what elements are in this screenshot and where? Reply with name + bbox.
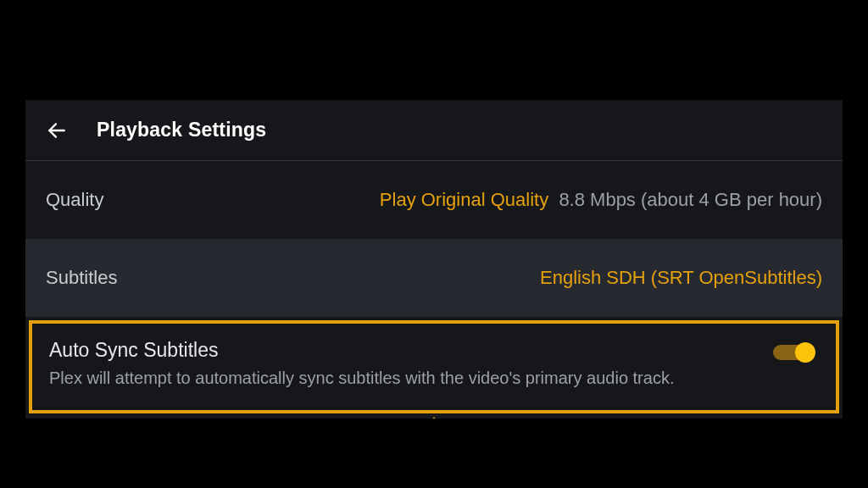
- panel-header: Playback Settings: [25, 100, 843, 161]
- settings-panel: Playback Settings Quality Play Original …: [25, 100, 843, 419]
- caret-up-icon: [427, 413, 441, 419]
- row-subtitles-label: Subtitles: [46, 267, 117, 289]
- arrow-left-icon: [46, 119, 68, 141]
- bottom-indicator: [427, 413, 441, 419]
- row-quality-value-muted: 8.8 Mbps (about 4 GB per hour): [559, 189, 822, 210]
- back-button[interactable]: [44, 118, 70, 143]
- toggle-thumb: [795, 342, 815, 363]
- row-autosync[interactable]: Auto Sync Subtitles Plex will attempt to…: [29, 320, 839, 413]
- row-subtitles[interactable]: Subtitles English SDH (SRT OpenSubtitles…: [25, 239, 843, 317]
- autosync-toggle[interactable]: [773, 342, 815, 363]
- row-autosync-text: Auto Sync Subtitles Plex will attempt to…: [49, 339, 674, 390]
- row-quality-label: Quality: [46, 189, 103, 211]
- row-quality-value: Play Original Quality 8.8 Mbps (about 4 …: [380, 189, 822, 211]
- row-quality[interactable]: Quality Play Original Quality 8.8 Mbps (…: [25, 161, 843, 239]
- row-subtitles-value: English SDH (SRT OpenSubtitles): [540, 267, 822, 289]
- row-quality-value-accent: Play Original Quality: [380, 189, 548, 210]
- row-autosync-highlight: Auto Sync Subtitles Plex will attempt to…: [25, 317, 843, 417]
- row-autosync-description: Plex will attempt to automatically sync …: [49, 367, 674, 390]
- row-autosync-title: Auto Sync Subtitles: [49, 339, 674, 362]
- row-subtitles-value-accent: English SDH (SRT OpenSubtitles): [540, 267, 822, 288]
- page-title: Playback Settings: [97, 119, 266, 141]
